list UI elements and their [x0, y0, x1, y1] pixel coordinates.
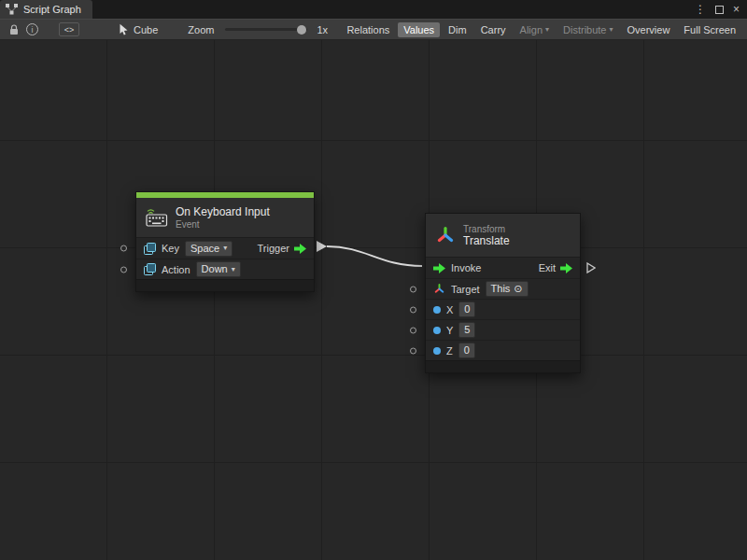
- info-icon[interactable]: i: [26, 23, 38, 35]
- zoom-slider[interactable]: [225, 28, 307, 31]
- invoke-label: Invoke: [451, 262, 481, 273]
- transform-type-icon: [433, 283, 445, 295]
- trigger-output: Trigger: [258, 243, 306, 254]
- wire-start-arrow-icon: [317, 241, 327, 252]
- input-port-z[interactable]: [410, 347, 416, 354]
- tab-script-graph[interactable]: Script Graph: [0, 0, 92, 19]
- value-port-x-icon: [433, 306, 441, 314]
- row-action: Action Down ▾: [136, 259, 314, 279]
- input-port-action[interactable]: [120, 266, 127, 273]
- y-value-field[interactable]: 5: [458, 322, 475, 338]
- exit-output: Exit: [539, 262, 572, 273]
- value-port-z-icon: [433, 347, 441, 355]
- script-graph-window: Script Graph ⋮ × i <> Cube Zoom 1x Relat…: [0, 0, 747, 560]
- window-controls: ⋮ ×: [695, 0, 747, 19]
- node-body: Invoke Exit: [426, 257, 580, 360]
- x-label: X: [446, 304, 453, 315]
- row-y: Y 5: [426, 319, 580, 340]
- node-subtitle: Event: [176, 219, 270, 230]
- trigger-flow-arrow-icon[interactable]: [294, 244, 306, 254]
- node-footer: [136, 279, 314, 291]
- dropdown-caret-icon: ▾: [223, 245, 227, 252]
- script-graph-icon: [6, 4, 18, 15]
- code-view-icon[interactable]: <>: [59, 22, 79, 36]
- node-header[interactable]: On Keyboard Input Event: [136, 198, 314, 237]
- graph-toolbar: i <> Cube Zoom 1x Relations Values Dim C…: [0, 19, 747, 40]
- lock-icon[interactable]: [9, 24, 19, 35]
- action-dropdown[interactable]: Down ▾: [196, 261, 241, 277]
- node-title: Translate: [463, 234, 510, 247]
- invoke-flow-arrow-icon[interactable]: [433, 263, 445, 273]
- cursor-icon: [119, 23, 129, 35]
- key-label: Key: [162, 243, 179, 254]
- row-target: Target This ⊙: [426, 278, 580, 299]
- node-body: Key Space ▾ Trigger: [136, 237, 314, 279]
- connection-wire[interactable]: [0, 40, 747, 560]
- toolbar-button-carry[interactable]: Carry: [475, 22, 512, 37]
- target-object-label[interactable]: Cube: [134, 24, 158, 35]
- y-label: Y: [446, 325, 453, 336]
- node-title: On Keyboard Input: [176, 205, 270, 218]
- exit-flow-arrow-icon[interactable]: [560, 263, 572, 273]
- toolbar-button-align[interactable]: Align ▾: [514, 22, 555, 37]
- window-tab-bar: Script Graph ⋮ ×: [0, 0, 747, 19]
- z-value: 0: [464, 344, 470, 357]
- action-dropdown-value: Down: [202, 263, 228, 275]
- dropdown-caret-icon: ▾: [610, 26, 613, 34]
- self-target-icon: ⊙: [514, 283, 522, 295]
- exit-flow-port[interactable]: [586, 262, 596, 273]
- wire-path[interactable]: [327, 246, 422, 266]
- input-port-x[interactable]: [410, 306, 416, 313]
- toolbar-button-dim[interactable]: Dim: [443, 22, 472, 37]
- toolbar-button-fullscreen[interactable]: Full Screen: [678, 22, 741, 37]
- row-invoke: Invoke Exit: [426, 258, 580, 278]
- action-type-icon: [144, 263, 156, 275]
- target-label: Target: [451, 284, 480, 295]
- input-port-key[interactable]: [120, 245, 127, 252]
- target-value-chip[interactable]: This ⊙: [486, 281, 529, 297]
- z-value-field[interactable]: 0: [458, 343, 475, 358]
- zoom-value: 1x: [317, 24, 328, 35]
- node-translate[interactable]: Transform Translate Invoke Exit: [425, 213, 581, 373]
- toolbar-button-overview[interactable]: Overview: [622, 22, 676, 37]
- target-value: This: [491, 283, 511, 295]
- node-category: Transform: [463, 224, 510, 234]
- toolbar-button-label: Align: [520, 24, 543, 35]
- keycode-type-icon: [144, 243, 156, 255]
- maximize-icon[interactable]: [715, 6, 724, 14]
- action-label: Action: [162, 264, 190, 275]
- close-icon[interactable]: ×: [733, 4, 740, 15]
- toolbar-buttons: Relations Values Dim Carry Align ▾ Distr…: [341, 22, 743, 37]
- tab-label: Script Graph: [23, 4, 81, 15]
- input-port-y[interactable]: [410, 327, 416, 333]
- input-port-target[interactable]: [410, 286, 416, 292]
- keyboard-icon: [146, 209, 168, 227]
- row-z: Z 0: [426, 340, 580, 360]
- dropdown-caret-icon: ▾: [545, 26, 549, 34]
- zoom-slider-handle[interactable]: [297, 25, 306, 35]
- node-on-keyboard-input[interactable]: On Keyboard Input Event Key Space ▾: [135, 191, 315, 292]
- transform-axes-icon: [435, 225, 456, 245]
- exit-label: Exit: [539, 262, 556, 273]
- zoom-label: Zoom: [188, 24, 214, 35]
- toolbar-button-label: Distribute: [563, 24, 606, 35]
- key-dropdown[interactable]: Space ▾: [185, 241, 233, 257]
- graph-target: Cube: [119, 23, 158, 35]
- toolbar-button-values[interactable]: Values: [398, 22, 440, 37]
- node-footer: [426, 360, 580, 372]
- graph-canvas[interactable]: On Keyboard Input Event Key Space ▾: [0, 40, 747, 560]
- node-header[interactable]: Transform Translate: [426, 214, 580, 257]
- z-label: Z: [446, 345, 453, 357]
- trigger-label: Trigger: [258, 243, 289, 254]
- value-port-y-icon: [433, 327, 441, 334]
- y-value: 5: [464, 324, 470, 336]
- dropdown-caret-icon: ▾: [232, 266, 235, 273]
- x-value: 0: [464, 303, 470, 315]
- toolbar-button-relations[interactable]: Relations: [341, 22, 395, 37]
- kebab-menu-icon[interactable]: ⋮: [695, 4, 706, 15]
- row-key: Key Space ▾ Trigger: [136, 238, 314, 259]
- row-x: X 0: [426, 299, 580, 319]
- toolbar-button-distribute[interactable]: Distribute ▾: [557, 22, 618, 37]
- x-value-field[interactable]: 0: [458, 301, 475, 317]
- key-dropdown-value: Space: [190, 243, 219, 255]
